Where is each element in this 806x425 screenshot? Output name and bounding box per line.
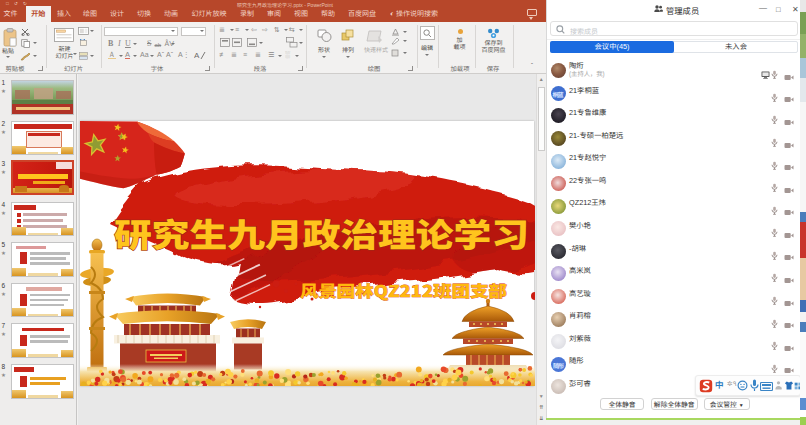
svg-text:A: A — [194, 51, 200, 60]
svg-text:研究生九月政治理论学习: 研究生九月政治理论学习 — [114, 209, 529, 257]
svg-text:风景园林QZ212班团支部: 风景园林QZ212班团支部 — [300, 278, 507, 302]
